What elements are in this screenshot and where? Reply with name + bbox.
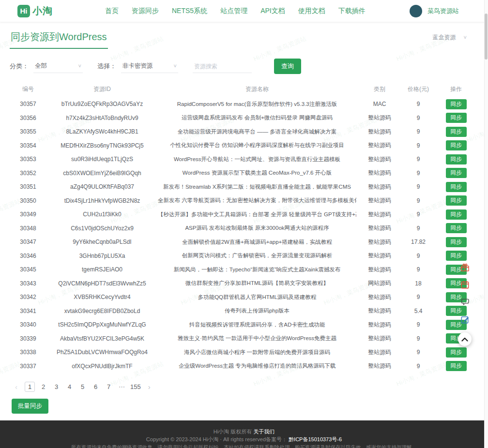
cell-category: 整站源码: [356, 180, 403, 194]
feedback-edit-icon[interactable]: [460, 315, 470, 324]
cell-resource-name: 新闻风尚，一触即达：Typecho“新闻速览”响应式主题Xaink震撼发布: [158, 263, 356, 277]
cell-price: 9: [403, 152, 434, 166]
page-button-4[interactable]: 4: [65, 382, 74, 392]
page-button-1[interactable]: 1: [25, 382, 35, 392]
cell-resource-id: XVB5RHKCecyYvdtr4: [46, 290, 158, 304]
sync-button[interactable]: 同步: [446, 99, 467, 109]
table-row: 30348C6s1V0jdOSchUYoz2x9ASP源码 发布站改制最终版 原…: [10, 222, 478, 236]
table-row: 30341xvtakG9ecrg6E8IFDB0ZboLd传奇列表上传源码php…: [10, 304, 478, 318]
cell-action: 同步: [434, 180, 478, 194]
icp-link[interactable]: 黔ICP备15010373号-6: [289, 436, 342, 442]
table-row: 30356h7Xz4kZ3sHtAToBndyRUv9运营级网盘系统源码发布 会…: [10, 111, 478, 125]
cell-number: 30347: [10, 235, 46, 249]
pagination: ‹1234567⋯155›: [10, 382, 478, 392]
nav-item-5[interactable]: API文档: [260, 7, 285, 15]
sync-button[interactable]: 同步: [446, 361, 467, 371]
chevron-down-icon: ˅: [174, 63, 177, 69]
page-button-2[interactable]: 2: [39, 382, 48, 392]
cell-resource-name: WordPress开心导航站：一站式网址、资源与资讯垂直行业主题模板: [158, 152, 356, 166]
cell-price: 9: [403, 125, 434, 139]
table-row: 30357bTrUu9ZoEQFkRp3OAGV5aYzRapidCompose…: [10, 97, 478, 111]
about-us-link[interactable]: 关于我们: [253, 429, 274, 434]
table-row: 30338PhZ5A1DubLVCWHmwaFOQgRo4海风小店微信商城小程序…: [10, 345, 478, 359]
table-row: 303558LaZKYAfySWc4khH9CJB1全功能运营级开源跨境电商平台…: [10, 125, 478, 139]
cell-price: 9: [403, 208, 434, 222]
cell-category: 整站源码: [356, 222, 403, 236]
sync-button[interactable]: 同步: [446, 154, 467, 164]
scrollbar-thumb[interactable]: [485, 14, 488, 60]
cell-resource-id: ofXQcxPNUdlBjrJkmTF: [46, 359, 158, 373]
cell-price: 9: [403, 139, 434, 153]
table-row: 303463GHnb67pLU5Xa创新网页访问模式：广告解锁密码，全开源流量变…: [10, 249, 478, 263]
type-select[interactable]: 非卡密资源 ˅: [121, 60, 178, 73]
cell-price: 17.82: [403, 235, 434, 249]
page-button-5[interactable]: 5: [78, 382, 87, 392]
main-nav: 首页资源同步NETS5系统站点管理API文档使用文档下载插件: [105, 7, 366, 15]
nav-item-6[interactable]: 使用文档: [298, 7, 325, 15]
calendar-icon[interactable]: [460, 280, 470, 289]
prev-page-button[interactable]: ‹: [12, 382, 21, 392]
page-button-6[interactable]: 6: [91, 382, 100, 392]
cell-category: 网站源码: [356, 277, 403, 291]
cell-number: 30355: [10, 125, 46, 139]
cell-number: 30354: [10, 139, 46, 153]
table-row: 30340tSH2c5ImQDPpXxgMuNwfYZLqG抖音短视频投诉管理系…: [10, 318, 478, 332]
cell-category: 整站源码: [356, 290, 403, 304]
sync-button[interactable]: 同步: [446, 209, 467, 220]
table-row: 30351aZg4Q9ULOKftFABq037新发布！Streamlab X系…: [10, 180, 478, 194]
sync-button[interactable]: 同步: [446, 113, 467, 123]
cell-action: 同步: [434, 111, 478, 125]
promo-gift-icon[interactable]: [460, 263, 470, 272]
cell-resource-name: 运营级网盘系统源码发布 会员制+微信扫码登录 网赚网盘源码: [158, 111, 356, 125]
avatar[interactable]: [410, 5, 422, 17]
logo[interactable]: Hi 小淘: [17, 4, 53, 17]
sync-button[interactable]: 同步: [446, 347, 467, 358]
cell-price: 9: [403, 290, 434, 304]
cell-price: 18: [403, 277, 434, 291]
sync-button[interactable]: 同步: [446, 182, 467, 192]
table-row: 30353su0R3iHdUeqp1TLjQzSWordPress开心导航站：一…: [10, 152, 478, 166]
cell-category: 整站源码: [356, 235, 403, 249]
comment-icon[interactable]: [460, 298, 470, 307]
sync-button[interactable]: 同步: [446, 140, 467, 150]
nav-item-2[interactable]: 资源同步: [132, 7, 159, 15]
cell-price: 5.4: [403, 304, 434, 318]
search-input[interactable]: [193, 60, 252, 73]
cell-action: 同步: [434, 249, 478, 263]
table-row: 30349CUH2u1f3iKk0【秒达开源】多功能中文工具箱源码：自部署 全开…: [10, 208, 478, 222]
page-title: 同步资源到WordPress: [10, 29, 108, 49]
page-button-155[interactable]: 155: [130, 382, 141, 392]
category-select[interactable]: 全部 ˅: [33, 60, 83, 73]
nav-item-1[interactable]: 首页: [105, 7, 119, 15]
sync-button[interactable]: 同步: [446, 168, 467, 178]
scrollbar[interactable]: [484, 0, 488, 448]
query-button[interactable]: 查询: [274, 59, 301, 74]
cell-category: 整站源码: [356, 194, 403, 208]
sync-button[interactable]: 同步: [446, 195, 467, 206]
source-select[interactable]: 蓝盒资源 ˅: [433, 33, 467, 42]
sync-button[interactable]: 同步: [446, 127, 467, 137]
page-button-7[interactable]: 7: [104, 382, 113, 392]
username[interactable]: 菜鸟资源站: [427, 7, 459, 15]
next-page-button[interactable]: ›: [145, 382, 154, 392]
page-button-3[interactable]: 3: [52, 382, 61, 392]
nav-item-7[interactable]: 下载插件: [338, 7, 366, 15]
cell-action: 同步: [434, 166, 478, 180]
cell-price: 9: [403, 180, 434, 194]
batch-sync-button[interactable]: 批量同步: [12, 399, 48, 414]
sync-button[interactable]: 同步: [446, 237, 467, 247]
type-label: 选择：: [97, 62, 116, 71]
sync-button[interactable]: 同步: [446, 251, 467, 261]
cell-resource-id: cbS0XWOEImYjZ6eiB9IGQqh: [46, 166, 158, 180]
nav-item-4[interactable]: 站点管理: [220, 7, 247, 15]
sync-button[interactable]: 同步: [446, 223, 467, 233]
chevron-down-icon: ˅: [464, 35, 467, 40]
nav-item-3[interactable]: NETS5系统: [172, 7, 207, 15]
cell-number: 30345: [10, 263, 46, 277]
cell-price: 9: [403, 194, 434, 208]
cell-price: 9: [403, 318, 434, 332]
cell-resource-name: 新发布！Streamlab X系列第二版：短视频电影直播全能主题，赋能苹果CMS: [158, 180, 356, 194]
back-to-top-button[interactable]: [458, 332, 472, 346]
cell-price: 9: [403, 97, 434, 111]
cell-resource-id: MEDfHXirZBso6nyTNGk93PCj5: [46, 139, 158, 153]
